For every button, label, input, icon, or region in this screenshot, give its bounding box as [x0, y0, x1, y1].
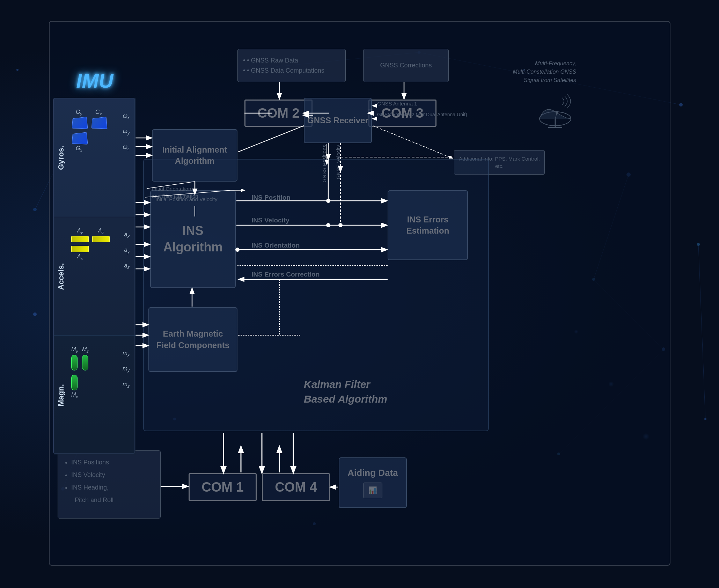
gyro-sensors: Gy Gz Gx	[71, 109, 106, 152]
svg-line-27	[698, 244, 705, 419]
magn-cyl-mx	[71, 375, 78, 390]
gyro-cube-gy	[72, 117, 88, 129]
accel-sensors: Ay Az Ax	[71, 228, 110, 260]
magn-label: Magn.	[57, 384, 66, 406]
accel-bar-az	[92, 236, 110, 242]
magn-vars: mx my mz	[123, 350, 130, 389]
magn-cyl-mz	[82, 355, 88, 370]
gyros-section: Gyros. Gy Gz Gx ωx ωy ωz	[54, 98, 136, 217]
magn-sensors: My Mz Mx	[71, 346, 89, 399]
magn-cyl-my	[71, 355, 78, 370]
accels-label: Accels.	[57, 263, 66, 290]
magn-section: Magn. My Mz Mx mx my mz	[54, 336, 136, 455]
accel-bar-ax	[71, 246, 89, 252]
main-diagram-border	[49, 21, 670, 566]
gyros-label: Gyros.	[57, 146, 66, 170]
accel-vars: ax ay az	[124, 231, 130, 270]
svg-point-21	[16, 69, 19, 71]
accels-section: Accels. Ay Az Ax ax ay az	[54, 217, 136, 336]
accel-bar-ay	[71, 236, 89, 242]
svg-point-24	[33, 313, 37, 316]
imu-title: IMU	[54, 69, 136, 92]
gyro-cube-gz	[91, 117, 108, 129]
gyro-cube-gx	[72, 132, 88, 144]
imu-panel: IMU Gyros. Gy Gz Gx ωx ωy ωz	[53, 98, 135, 454]
gyro-vars: ωx ωy ωz	[123, 112, 130, 151]
